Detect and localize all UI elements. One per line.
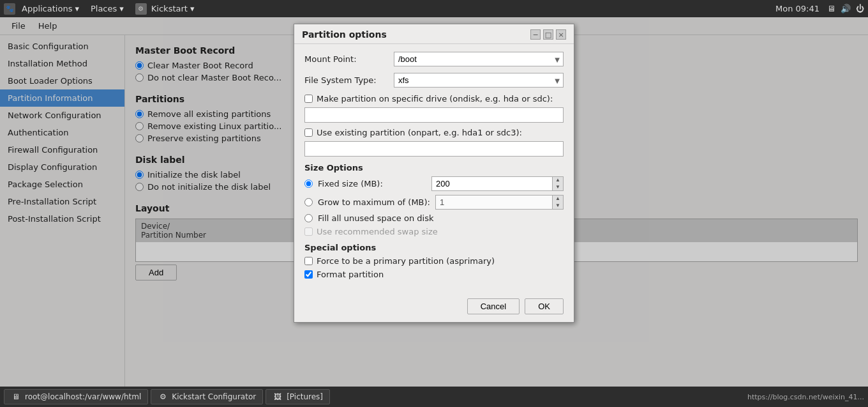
taskbar-terminal-label: root@localhost:/var/www/html [25,392,141,401]
pictures-icon: 🖼 [273,392,283,402]
fixed-size-decrement-button[interactable]: ▼ [553,184,563,191]
taskbar-pictures-label: [Pictures] [287,392,323,401]
fixed-size-spinner: ▲ ▼ [431,176,564,191]
make-partition-specific-checkbox[interactable] [304,95,313,103]
fixed-size-label: Fixed size (MB): [318,179,426,188]
use-recommended-swap-row: Use recommended swap size [304,227,564,236]
grow-max-spinner: ▲ ▼ [435,195,564,210]
fixed-size-radio[interactable] [304,180,313,188]
grow-max-decrement-button[interactable]: ▼ [553,203,563,210]
partition-options-dialog: Partition options − □ × Mount Point: /bo… [294,24,574,323]
top-bar: 🐾 Applications ▾ Places ▾ ⚙ Kickstart ▾ … [0,0,868,17]
taskbar: 🖥 root@localhost:/var/www/html ⚙ Kicksta… [0,387,868,407]
kickstart-menu[interactable]: ⚙ Kickstart ▾ [130,2,200,16]
chevron-down-icon: ▾ [119,4,124,13]
taskbar-kickstart[interactable]: ⚙ Kickstart Configurator [151,389,263,404]
dialog-maximize-button[interactable]: □ [543,29,553,40]
filesystem-type-select[interactable]: xfs ext4 ext3 ext2 swap vfat [394,73,564,88]
grow-max-increment-button[interactable]: ▲ [553,196,563,203]
fill-unused-row: Fill all unused space on disk [304,213,564,223]
use-existing-partition-checkbox[interactable] [304,128,313,137]
display-icon: 🖥 [827,4,835,13]
fill-unused-radio[interactable] [304,214,313,222]
cancel-button[interactable]: Cancel [467,298,520,314]
grow-max-label: Grow to maximum of (MB): [318,197,430,207]
fixed-size-input[interactable] [432,177,552,190]
dialog-body: Mount Point: /boot / /home /var /tmp swa… [294,44,574,293]
kickstart-icon: ⚙ [135,3,147,15]
kickstart-taskbar-icon: ⚙ [158,392,168,402]
use-existing-partition-row: Use existing partition (onpart, e.g. hda… [304,128,564,137]
force-primary-checkbox[interactable] [304,257,313,265]
use-existing-partition-label: Use existing partition (onpart, e.g. hda… [317,128,522,137]
dialog-overlay: Partition options − □ × Mount Point: /bo… [0,17,868,387]
format-partition-label: Format partition [317,270,384,279]
mount-point-select[interactable]: /boot / /home /var /tmp swap [394,52,564,66]
format-partition-row: Format partition [304,270,564,279]
force-primary-row: Force to be a primary partition (asprima… [304,256,564,266]
dialog-title-bar: Partition options − □ × [294,24,574,44]
taskbar-url: https://blog.csdn.net/weixin_41... [747,393,864,401]
use-existing-partition-input[interactable] [304,141,564,157]
filesystem-type-control: xfs ext4 ext3 ext2 swap vfat ▼ [394,73,564,88]
mount-point-row: Mount Point: /boot / /home /var /tmp swa… [304,52,564,66]
special-options-heading: Special options [304,243,564,252]
taskbar-pictures[interactable]: 🖼 [Pictures] [266,389,330,404]
clock: Mon 09:41 [775,4,819,13]
mount-point-select-wrapper: /boot / /home /var /tmp swap ▼ [394,52,564,66]
terminal-icon: 🖥 [11,392,21,402]
make-partition-specific-label: Make partition on specific drive (ondisk… [317,94,553,104]
dialog-title: Partition options [302,29,387,40]
dialog-minimize-button[interactable]: − [530,29,541,40]
use-existing-input-row [304,141,564,157]
applications-menu[interactable]: Applications ▾ [17,3,84,15]
fixed-size-input-wrapper: ▲ ▼ [431,176,564,191]
fill-unused-label: Fill all unused space on disk [318,213,433,223]
use-recommended-swap-checkbox[interactable] [304,227,313,236]
make-partition-specific-row: Make partition on specific drive (ondisk… [304,94,564,104]
app-icon: 🐾 [4,3,15,15]
fixed-size-increment-button[interactable]: ▲ [553,177,563,184]
chevron-down-icon: ▾ [190,4,195,13]
top-bar-right: Mon 09:41 🖥 🔊 ⏻ [775,4,864,13]
mount-point-label: Mount Point: [304,54,394,64]
grow-max-spinner-buttons: ▲ ▼ [552,196,563,209]
top-bar-left: 🐾 Applications ▾ Places ▾ ⚙ Kickstart ▾ [4,2,199,16]
format-partition-checkbox[interactable] [304,270,313,279]
use-recommended-swap-label: Use recommended swap size [317,227,438,236]
make-partition-specific-input[interactable] [304,107,564,123]
chevron-down-icon: ▾ [75,4,79,13]
fixed-size-spinner-buttons: ▲ ▼ [552,177,563,190]
taskbar-terminal[interactable]: 🖥 root@localhost:/var/www/html [4,389,148,404]
ok-button[interactable]: OK [525,298,564,314]
taskbar-kickstart-label: Kickstart Configurator [172,392,256,401]
filesystem-type-label: File System Type: [304,75,394,85]
dialog-window-buttons: − □ × [530,29,566,40]
filesystem-type-select-wrapper: xfs ext4 ext3 ext2 swap vfat ▼ [394,73,564,88]
filesystem-type-row: File System Type: xfs ext4 ext3 ext2 swa… [304,73,564,88]
grow-max-input[interactable] [436,196,552,209]
volume-icon: 🔊 [841,4,851,13]
mount-point-control: /boot / /home /var /tmp swap ▼ [394,52,564,66]
dialog-close-button[interactable]: × [556,29,566,40]
grow-max-input-wrapper: ▲ ▼ [435,195,564,210]
grow-max-radio[interactable] [304,198,313,206]
make-partition-input-row [304,107,564,123]
dialog-buttons: Cancel OK [294,293,574,322]
power-icon: ⏻ [856,4,864,13]
places-menu[interactable]: Places ▾ [86,3,129,15]
grow-max-row: Grow to maximum of (MB): ▲ ▼ [304,195,564,210]
size-options-heading: Size Options [304,163,564,173]
fixed-size-row: Fixed size (MB): ▲ ▼ [304,176,564,191]
system-tray: 🖥 🔊 ⏻ [827,4,864,13]
force-primary-label: Force to be a primary partition (asprima… [317,256,495,266]
